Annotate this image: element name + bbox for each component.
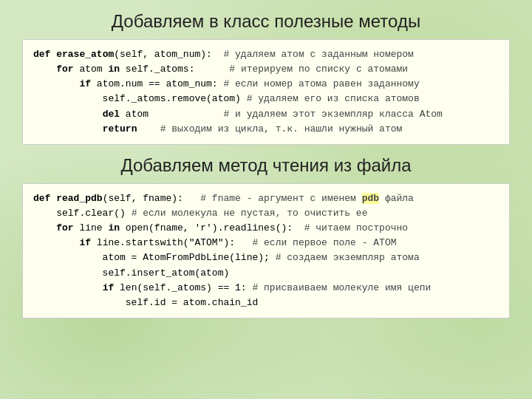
section2-title-text: Добавляем метод чтения из файла (120, 155, 411, 175)
code-comment-11: # создаем экземпляр атома (276, 252, 420, 263)
section1-title: Добавляем в класс полезные методы (22, 11, 510, 32)
code-keyword-def2: def (33, 193, 50, 204)
code-comment-5: # и удаляем этот экземпляр класса Atom (223, 109, 442, 120)
code-comment-2: # итерируем по списку с атомами (229, 64, 408, 75)
main-content: Добавляем в класс полезные методы def er… (0, 0, 532, 340)
code-funcname-1: erase_atom (56, 49, 114, 60)
code-comment-3: # если номер атома равен заданному (223, 78, 419, 89)
code-comment-4: # удаляем его из списка атомов (247, 93, 420, 104)
code-block-2: def read_pdb(self, fname): # fname - арг… (22, 183, 510, 318)
highlight-pdb: pdb (362, 193, 379, 204)
code-comment-8: # если молекула не пустая, то очистить е… (132, 208, 368, 219)
code-funcname-2: read_pdb (56, 193, 102, 204)
code-comment-9: # читаем построчно (304, 222, 408, 233)
code-keyword-if2: if (79, 237, 91, 248)
code-keyword-in2: in (108, 222, 120, 233)
code-keyword-return1: return (103, 123, 137, 134)
code-keyword-for1: for (56, 64, 73, 75)
code-comment-1: # удаляем атом с заданным номером (223, 49, 413, 60)
code-comment-12: # присваиваем молекуле имя цепи (252, 282, 431, 293)
code-keyword-if1: if (79, 78, 91, 89)
code-keyword-if3: if (103, 282, 115, 293)
code-keyword-for2: for (56, 222, 73, 233)
code-keyword-del1: del (103, 109, 120, 120)
code-keyword-in1: in (108, 64, 120, 75)
code-comment-6: # выходим из цикла, т.к. нашли нужный ат… (160, 123, 403, 134)
code-block-1: def erase_atom(self, atom_num): # удаляе… (22, 39, 510, 145)
code-keyword-def1: def (33, 49, 50, 60)
code-comment-7: # fname - аргумент с именем pdb файла (200, 193, 414, 204)
section2-title: Добавляем метод чтения из файла (22, 155, 510, 176)
code-comment-10: # если первое поле - АТОМ (252, 237, 396, 248)
